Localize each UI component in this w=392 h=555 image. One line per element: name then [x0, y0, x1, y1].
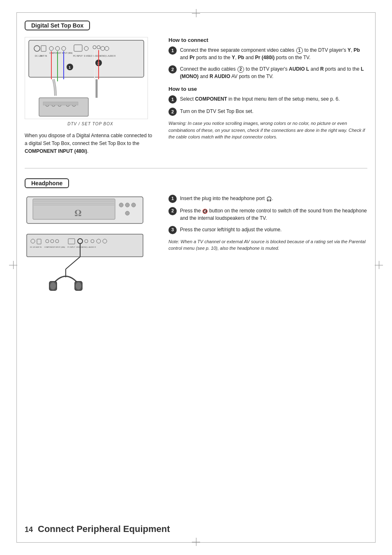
warning-text: Warning: In case you notice scrolling im… — [168, 120, 367, 140]
svg-text:DC 12V: DC 12V — [30, 246, 36, 248]
tv-back-headphone: DC 12V ANT IN COMPONENT INPUT (480i) PC … — [25, 232, 156, 297]
section-headphone: Headphone — [25, 178, 367, 297]
cable-ref-1: 1 — [296, 47, 303, 54]
cable-ref-2: 2 — [238, 66, 244, 73]
svg-text:COMPONENT INPUT (480i): COMPONENT INPUT (480i) — [49, 52, 73, 54]
headphone-step-1: 1 Insert the plug into the headphone por… — [168, 195, 367, 203]
section-headphone-body: 𝛀 DC 12V ANT IN — [25, 195, 367, 297]
dtv-description: When you dispose of a Digital Antenna ca… — [25, 132, 156, 156]
crosshair-mid-right — [375, 261, 383, 269]
page-footer: 14 Connect Peripheral Equipment — [25, 524, 170, 534]
crosshair-mid-left — [9, 261, 17, 269]
crosshair-bottom — [192, 538, 200, 546]
svg-text:PC INPUT: PC INPUT — [73, 55, 83, 57]
step-number-1: 1 — [168, 46, 177, 55]
use-step-number-2: 2 — [168, 108, 177, 116]
svg-point-42 — [131, 203, 136, 207]
headphone-step-2: 2 Press the 🔇 button on the remote contr… — [168, 207, 367, 222]
how-to-use-header: How to use — [168, 86, 367, 92]
section-divider — [25, 168, 367, 168]
svg-text:COMPONENT INPUT (480i): COMPONENT INPUT (480i) — [44, 246, 65, 248]
section-headphone-right: 1 Insert the plug into the headphone por… — [168, 195, 367, 297]
hp-step-2-text: Press the 🔇 button on the remote control… — [180, 207, 367, 222]
headphone-port-icon: 🎧 — [266, 196, 272, 201]
svg-text:VIDEO(MONO) L AUDIO R: VIDEO(MONO) L AUDIO R — [76, 246, 96, 248]
svg-rect-45 — [27, 234, 143, 257]
connect-step-2-text: Connect the audio cables 2 to the DTV pl… — [180, 65, 367, 80]
svg-point-67 — [50, 282, 56, 290]
headphone-step-3: 3 Press the cursor left/right to adjust … — [168, 226, 367, 234]
border-right — [375, 12, 376, 543]
connect-steps: 1 Connect the three separate component v… — [168, 46, 367, 80]
svg-rect-39 — [34, 205, 114, 205]
svg-rect-36 — [34, 200, 114, 200]
hp-step-3-text: Press the cursor left/right to adjust th… — [180, 226, 367, 233]
use-step-2-text: Turn on the DTV Set Top Box set. — [180, 108, 367, 115]
section-headphone-title: Headphone — [25, 178, 69, 188]
dtv-svg: DC 12V ANT IN COMPONENT INPUT (480i) PC … — [27, 38, 146, 118]
hp-step-number-2: 2 — [168, 207, 177, 215]
svg-text:ANT IN: ANT IN — [40, 55, 47, 57]
use-step-1-text: Select COMPONENT in the Input menu item … — [180, 95, 367, 103]
main-content: Digital Set Top Box DC 12V ANT IN — [25, 21, 367, 309]
svg-text:ANT IN: ANT IN — [36, 246, 42, 248]
dtv-illustration: DC 12V ANT IN COMPONENT INPUT (480i) PC … — [25, 37, 148, 119]
svg-text:1: 1 — [69, 65, 71, 69]
hp-step-number-1: 1 — [168, 195, 177, 203]
connect-step-1: 1 Connect the three separate component v… — [168, 46, 367, 61]
section-digital-set-top-box: Digital Set Top Box DC 12V ANT IN — [25, 21, 367, 156]
svg-line-63 — [66, 257, 80, 269]
section-digital-left: DC 12V ANT IN COMPONENT INPUT (480i) PC … — [25, 37, 156, 156]
svg-rect-33 — [43, 102, 78, 105]
section-digital-title: Digital Set Top Box — [25, 21, 90, 30]
use-steps: 1 Select COMPONENT in the Input menu ite… — [168, 95, 367, 116]
svg-text:VIDEO(MONO) L AUDIO R: VIDEO(MONO) L AUDIO R — [93, 55, 116, 57]
svg-point-41 — [125, 203, 129, 207]
mute-icon: 🔇 — [202, 208, 208, 213]
tv-front-svg: 𝛀 — [25, 195, 146, 228]
svg-text:S-VIDEO: S-VIDEO — [84, 55, 92, 57]
svg-point-40 — [119, 203, 123, 207]
svg-point-43 — [125, 211, 129, 215]
svg-rect-38 — [34, 203, 114, 204]
use-step-2: 2 Turn on the DTV Set Top Box set. — [168, 108, 367, 116]
use-step-1: 1 Select COMPONENT in the Input menu ite… — [168, 95, 367, 104]
section-digital-right: How to connect 1 Connect the three separ… — [168, 37, 367, 156]
tv-back-headphone-svg: DC 12V ANT IN COMPONENT INPUT (480i) PC … — [25, 232, 146, 296]
svg-rect-37 — [34, 201, 114, 202]
tv-front-panel: 𝛀 — [25, 195, 156, 229]
connect-step-2: 2 Connect the audio cables 2 to the DTV … — [168, 65, 367, 80]
svg-point-68 — [76, 282, 81, 290]
section-headphone-left: 𝛀 DC 12V ANT IN — [25, 195, 156, 297]
crosshair-top — [192, 9, 200, 17]
svg-rect-27 — [39, 98, 88, 116]
page-number: 14 — [25, 525, 33, 534]
hp-step-number-3: 3 — [168, 226, 177, 234]
connect-step-1-text: Connect the three separate component vid… — [180, 46, 367, 61]
use-step-number-1: 1 — [168, 95, 177, 104]
border-left — [16, 12, 17, 543]
how-to-connect-header: How to connect — [168, 37, 367, 43]
svg-text:PC INPUT: PC INPUT — [67, 246, 75, 248]
step-number-2: 2 — [168, 65, 177, 74]
hp-step-1-text: Insert the plug into the headphone port … — [180, 195, 367, 202]
headphone-steps: 1 Insert the plug into the headphone por… — [168, 195, 367, 234]
device-label: DTV / SET TOP BOX — [25, 122, 156, 126]
section-digital-body: DC 12V ANT IN COMPONENT INPUT (480i) PC … — [25, 37, 367, 156]
svg-text:𝛀: 𝛀 — [74, 208, 82, 218]
page-title: Connect Peripheral Equipment — [38, 524, 170, 534]
headphone-note: Note: When a TV channel or external AV s… — [168, 238, 367, 252]
